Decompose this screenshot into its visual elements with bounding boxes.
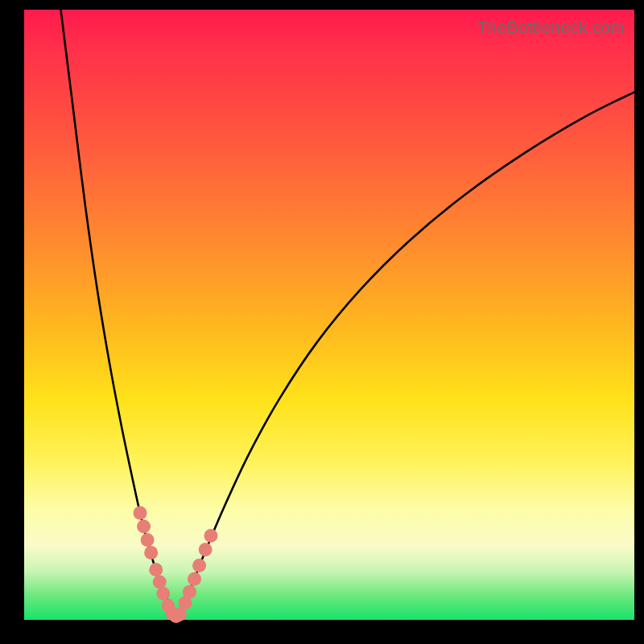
- data-dot: [183, 585, 196, 599]
- data-dot: [149, 563, 163, 576]
- curve-right: [177, 92, 635, 617]
- data-dot: [153, 576, 167, 589]
- data-dot: [134, 506, 147, 520]
- data-dot: [204, 529, 217, 543]
- data-dot: [144, 546, 158, 559]
- dot-layer: [134, 506, 218, 623]
- data-dot: [141, 533, 155, 547]
- data-dot: [192, 559, 206, 572]
- plot-area: TheBottleneck.com: [24, 10, 634, 620]
- data-dot: [199, 543, 213, 556]
- data-dot: [188, 572, 201, 586]
- data-dot: [137, 520, 151, 534]
- chart-frame: TheBottleneck.com: [0, 0, 644, 644]
- data-dot: [156, 587, 170, 601]
- chart-svg: [24, 10, 634, 620]
- curve-left: [60, 10, 176, 617]
